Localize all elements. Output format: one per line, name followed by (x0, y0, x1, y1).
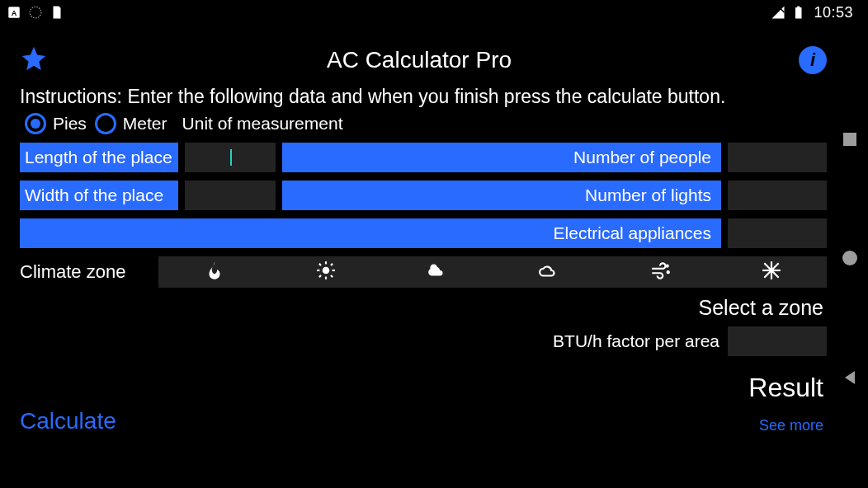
battery-icon (790, 5, 805, 20)
label-appliances: Electrical appliances (20, 218, 721, 248)
result-label: Result (20, 373, 827, 403)
instructions-text: Instructions: Enter the following data a… (20, 86, 827, 108)
system-navbar (837, 0, 863, 488)
svg-rect-4 (795, 7, 802, 19)
status-bar: A 10:53 (0, 0, 868, 25)
radio-pies[interactable] (25, 113, 46, 134)
svg-point-2 (30, 7, 41, 18)
snowflake-icon[interactable] (761, 260, 782, 284)
label-length: Length of the place (20, 143, 178, 172)
label-btu: BTU/h factor per area (553, 331, 719, 351)
svg-point-18 (666, 265, 668, 267)
label-climate: Climate zone (20, 261, 158, 283)
input-people[interactable] (728, 143, 827, 172)
nav-back-icon[interactable] (842, 369, 858, 389)
sd-card-icon (50, 5, 64, 20)
svg-rect-5 (798, 7, 800, 8)
label-width: Width of the place (20, 181, 178, 210)
nav-recent-icon[interactable] (842, 132, 857, 150)
see-more-link[interactable]: See more (759, 417, 823, 434)
svg-point-7 (842, 251, 857, 265)
signal-icon (771, 5, 785, 20)
input-btu[interactable] (728, 326, 827, 356)
info-button[interactable]: i (799, 46, 827, 74)
radio-pies-label: Pies (53, 114, 87, 134)
input-width[interactable] (185, 181, 276, 210)
app-titlebar: AC Calculator Pro i (20, 41, 827, 79)
climate-zone-strip (158, 256, 827, 288)
keyboard-icon: A (7, 5, 21, 20)
label-lights: Number of lights (282, 181, 721, 210)
input-lights[interactable] (728, 181, 827, 210)
svg-line-13 (318, 264, 320, 265)
svg-text:A: A (12, 9, 17, 17)
unit-row: Pies Meter Unit of measurement (20, 113, 827, 134)
input-appliances[interactable] (728, 218, 827, 248)
calculate-button[interactable]: Calculate (20, 408, 116, 434)
svg-line-16 (330, 264, 332, 265)
input-length[interactable] (185, 143, 276, 172)
label-people: Number of people (282, 143, 721, 172)
radio-meter-label: Meter (123, 114, 167, 134)
svg-rect-6 (843, 133, 856, 146)
svg-line-14 (330, 275, 332, 277)
app-title: AC Calculator Pro (40, 47, 799, 73)
cloud-icon[interactable] (538, 260, 559, 284)
loading-icon (28, 5, 43, 20)
svg-line-15 (318, 275, 320, 277)
nav-home-icon[interactable] (841, 249, 859, 270)
partly-cloudy-icon[interactable] (427, 260, 448, 284)
svg-point-8 (322, 267, 329, 274)
fire-icon[interactable] (204, 260, 225, 284)
select-zone-text: Select a zone (20, 296, 827, 320)
wind-icon[interactable] (649, 260, 671, 284)
svg-point-19 (667, 271, 668, 273)
sun-icon[interactable] (315, 260, 337, 284)
unit-caption: Unit of measurement (182, 114, 343, 134)
text-cursor (230, 149, 232, 166)
radio-meter[interactable] (95, 113, 116, 134)
